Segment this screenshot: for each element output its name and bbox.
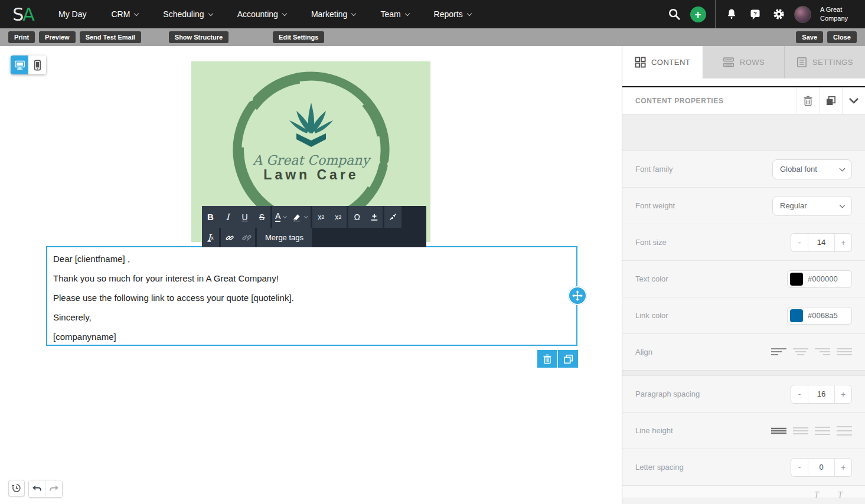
align-justify-button[interactable] [837,347,852,358]
link-color-value: #0068a5 [808,311,838,320]
save-button[interactable]: Save [796,31,823,43]
delete-content-button[interactable] [796,87,819,114]
show-structure-button[interactable]: Show Structure [169,31,229,43]
strikethrough-button[interactable]: S [253,206,270,228]
align-right-button[interactable] [815,347,830,358]
chevron-down-icon [404,11,409,15]
desktop-view-button[interactable] [11,55,28,74]
nav-item-team[interactable]: Team [368,9,421,19]
align-left-button[interactable] [771,347,786,358]
text-format-toolbar: B I U S A x2 x2 Ω [202,206,426,247]
chevron-down-icon [466,11,471,15]
clear-formatting-button[interactable]: Ix [202,228,219,247]
avatar[interactable] [791,0,814,28]
nav-item-reports[interactable]: Reports [422,9,484,19]
tab-settings[interactable]: SETTINGS [784,46,865,78]
undo-button[interactable] [29,480,45,497]
tab-content[interactable]: CONTENT [622,46,703,78]
font-weight-select[interactable]: Regular [772,196,852,216]
search-icon[interactable] [662,0,686,28]
chevron-down-icon [134,11,139,15]
edit-settings-button[interactable]: Edit Settings [273,31,324,43]
font-family-row: Font family Global font [622,150,865,187]
align-options [771,347,852,358]
decrease-button[interactable]: - [791,459,808,476]
preview-button[interactable]: Preview [39,31,76,43]
content-properties-header: CONTENT PROPERTIES [622,87,865,114]
collapse-properties-button[interactable] [842,87,865,114]
add-button[interactable]: + [686,0,710,28]
insert-placeholder-button[interactable] [365,206,383,228]
collapse-toolbar-button[interactable] [384,206,402,228]
superscript-button[interactable]: x2 [312,206,329,228]
gear-icon[interactable] [767,0,791,28]
font-color-button[interactable]: A [272,206,289,228]
decrease-button[interactable]: - [791,234,808,251]
line-height-3-button[interactable] [815,426,830,436]
remove-link-button[interactable] [238,228,255,247]
mobile-view-button[interactable] [28,55,46,74]
send-test-email-button[interactable]: Send Test Email [80,31,141,43]
nav-item-crm[interactable]: CRM [99,9,151,19]
move-block-handle[interactable] [568,286,587,305]
merge-tags-button[interactable]: Merge tags [257,228,312,247]
line-height-1-button[interactable] [771,426,786,436]
svg-text:T: T [814,490,820,498]
logo-title-text: Lawn Care [263,167,358,182]
increase-button[interactable]: + [835,385,851,403]
history-controls [8,480,63,498]
subscript-button[interactable]: x2 [329,206,347,228]
email-text-block[interactable]: Dear [clientfname] , Thank you so much f… [46,246,577,346]
account-name: A Great Company [820,5,857,23]
close-button[interactable]: Close [827,31,857,43]
text-transform-icon[interactable]: T [835,489,848,498]
paragraph-spacing-value[interactable]: 16 [808,385,835,403]
letter-spacing-stepper: - 0 + [791,458,852,477]
email-paragraph: Please use the following link to access … [53,292,570,303]
italic-button[interactable]: I [219,206,236,228]
help-icon[interactable]: ? [743,0,767,28]
increase-button[interactable]: + [835,459,851,476]
history-icon [11,483,22,493]
insert-link-button[interactable] [221,228,238,247]
chevron-down-icon [282,11,287,15]
increase-button[interactable]: + [835,234,851,251]
font-size-value[interactable]: 14 [808,234,835,251]
special-character-button[interactable]: Ω [348,206,365,228]
svg-text:?: ? [753,11,757,17]
rows-icon [723,57,735,68]
font-family-select[interactable]: Global font [772,159,852,179]
highlight-color-button[interactable] [289,206,311,228]
nav-item-marketing[interactable]: Marketing [299,9,368,19]
text-transform-icon[interactable]: T [812,489,825,498]
tab-rows[interactable]: ROWS [703,46,784,78]
nav-item-accounting[interactable]: Accounting [225,9,299,19]
line-height-4-button[interactable] [837,426,852,436]
link-color-swatch [790,309,803,322]
line-height-2-button[interactable] [793,426,808,436]
print-button[interactable]: Print [8,31,35,43]
delete-block-button[interactable] [537,350,557,368]
redo-icon [48,483,59,494]
bold-button[interactable]: B [202,206,219,228]
letter-spacing-value[interactable]: 0 [808,459,835,476]
underline-button[interactable]: U [236,206,253,228]
letter-spacing-row: Letter spacing - 0 + [622,449,865,485]
undo-icon [32,483,43,494]
chevron-down-icon [304,214,308,218]
app-logo[interactable]: SA [0,4,46,25]
duplicate-content-button[interactable] [819,87,842,114]
decrease-button[interactable]: - [791,385,808,403]
nav-item-scheduling[interactable]: Scheduling [151,9,224,19]
notifications-bell-icon[interactable] [720,0,743,28]
link-color-field[interactable]: #0068a5 [787,307,852,325]
redo-button[interactable] [45,480,62,497]
nav-divider [716,0,716,28]
chevron-down-icon [208,11,213,15]
nav-item-my-day[interactable]: My Day [46,9,99,19]
align-center-button[interactable] [793,347,808,358]
history-button[interactable] [8,480,25,496]
trash-icon [803,96,813,106]
duplicate-block-button[interactable] [558,350,578,368]
text-color-field[interactable]: #000000 [787,270,852,288]
